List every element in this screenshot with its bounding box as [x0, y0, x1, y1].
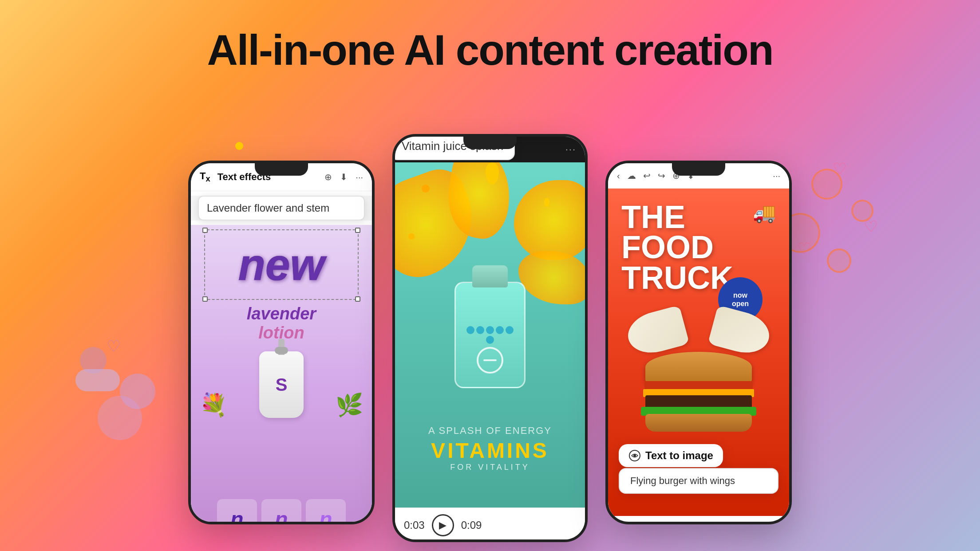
time-start: 0:03	[404, 519, 425, 531]
splash-right	[514, 180, 585, 260]
pill	[466, 326, 474, 334]
video-controls: 0:03 ▶ 0:09	[395, 508, 585, 542]
letter-thumb-1[interactable]: n	[217, 499, 257, 524]
phone-center-notch	[463, 137, 517, 149]
bottle-letter: S	[276, 375, 288, 395]
text-to-image-label: Text to image	[645, 449, 713, 462]
pill	[486, 336, 494, 344]
handle-tl[interactable]	[202, 228, 208, 233]
bottle-logo	[477, 347, 503, 374]
phone-left-notch	[255, 163, 308, 176]
toolbar-more-center[interactable]: ···	[565, 144, 576, 155]
drop-1	[422, 185, 430, 193]
handle-tr[interactable]	[355, 228, 360, 233]
flower-right: 🌿	[336, 392, 363, 418]
bottle-cap	[472, 265, 508, 287]
phone-right-notch	[672, 163, 725, 176]
center-content: A SPLASH OF ENERGY VITAMINS FOR VITALITY	[395, 162, 585, 508]
wing-left	[624, 305, 690, 359]
toolbar-undo-right[interactable]: ↩	[643, 170, 651, 181]
vitamin-bottle	[454, 282, 526, 388]
pill	[486, 326, 494, 334]
lavender-text: lavender lotion	[191, 304, 372, 342]
handle-bl[interactable]	[202, 296, 208, 302]
text-effects-icon: Tx	[200, 170, 210, 184]
toolbar-more-right[interactable]: ···	[773, 171, 780, 181]
logo-line	[483, 359, 497, 361]
lavender-label: lavender	[191, 304, 372, 323]
letter-thumb-3[interactable]: n	[306, 499, 346, 524]
svg-point-3	[633, 454, 636, 457]
phone-right: ‹ ☁ ↩ ↪ ⊕ ⬇ ··· THEFOODTRUCK 🚚 nowopen	[605, 161, 792, 524]
vitamin-bottle-group	[454, 282, 526, 388]
vitamin-scene: A SPLASH OF ENERGY VITAMINS FOR VITALITY	[395, 162, 585, 508]
food-truck-title: THEFOODTRUCK	[621, 202, 733, 293]
pill	[476, 326, 484, 334]
new-text: new	[205, 235, 358, 295]
drop-2	[544, 198, 549, 207]
pill	[496, 326, 504, 334]
toolbar-copy-icon[interactable]: ⊕	[324, 172, 332, 182]
toolbar-redo-right[interactable]: ↪	[658, 170, 665, 181]
flower-left: 💐	[200, 392, 227, 418]
vitality-label: FOR VITALITY	[395, 463, 585, 472]
splash-energy-text: A SPLASH OF ENERGY	[395, 425, 585, 437]
text-to-image-icon	[628, 449, 641, 462]
letter-thumbnails: n n n	[191, 499, 372, 524]
wing-right	[708, 305, 774, 359]
handle-br[interactable]	[355, 296, 360, 302]
letter-thumb-2[interactable]: n	[261, 499, 301, 524]
pump-head	[275, 347, 288, 354]
lavender-input[interactable]: Lavender flower and stem	[198, 196, 365, 220]
bun-top	[645, 352, 752, 383]
pill	[506, 326, 514, 334]
bun-bottom	[645, 414, 752, 432]
now-open-text: nowopen	[732, 291, 749, 308]
phone-left: Tx Text effects ⊕ ⬇ ··· Lavender flower …	[188, 161, 375, 524]
vitamins-label: VITAMINS	[395, 438, 585, 463]
toolbar-cloud-right[interactable]: ☁	[627, 170, 636, 181]
text-to-image-badge: Text to image	[619, 444, 723, 467]
time-end: 0:09	[461, 519, 482, 531]
play-button[interactable]: ▶	[432, 514, 454, 536]
toolbar-back-icon[interactable]: ‹	[617, 171, 620, 181]
vitamins-text-group: A SPLASH OF ENERGY VITAMINS FOR VITALITY	[395, 425, 585, 472]
toolbar-more-icon[interactable]: ···	[356, 172, 363, 182]
phone-right-content: THEFOODTRUCK 🚚 nowopen	[608, 189, 789, 516]
food-truck-icon: 🚚	[753, 202, 776, 224]
burger-scene	[628, 307, 770, 432]
lotion-bottle: S	[259, 351, 304, 418]
toolbar-download-icon[interactable]: ⬇	[340, 172, 348, 182]
phones-container: Tx Text effects ⊕ ⬇ ··· Lavender flower …	[0, 134, 980, 551]
phone-left-content: new lavender lotion 💐 S	[191, 225, 372, 524]
phone-center: Insert objects Vitamin juice splash 🔥 ☁ …	[392, 134, 588, 542]
flying-burger-input[interactable]: Flying burger with wings	[619, 468, 778, 494]
splash-bottom-right	[518, 251, 585, 304]
drop-3	[408, 233, 415, 240]
main-heading: All-in-one AI content creation	[0, 0, 980, 74]
burger-stack	[645, 352, 752, 432]
